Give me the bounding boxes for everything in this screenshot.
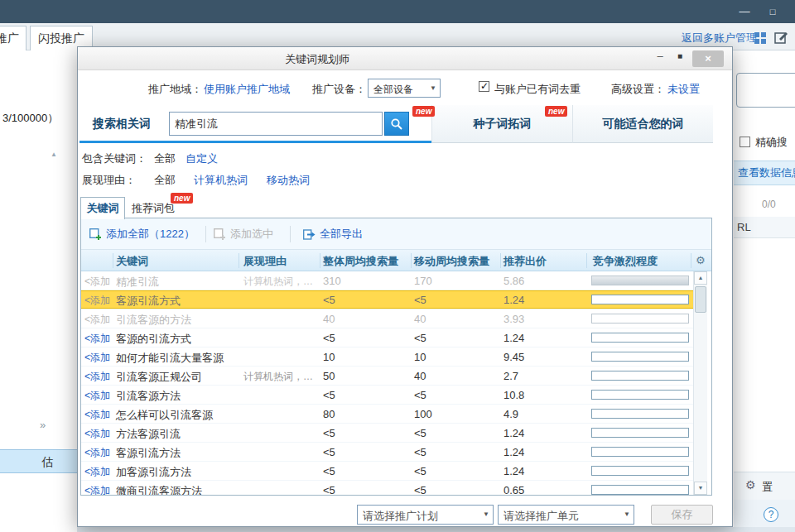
add-keyword-link[interactable]: <添加 <box>84 332 110 346</box>
add-keyword-link[interactable]: <添加 <box>84 389 110 403</box>
competition-bar-fill <box>592 276 688 285</box>
tab-search-related-words[interactable]: 搜索相关词 <box>80 105 431 143</box>
table-row: <添加 引流客源的方法 40 40 3.93 <box>81 309 693 328</box>
include-keywords-label: 包含关键词： <box>82 151 147 166</box>
table-row: <添加 客源引流方式 <5 <5 1.24 <box>81 290 693 309</box>
reason-pc-hotword-option[interactable]: 计算机热词 <box>194 173 248 188</box>
add-keyword-link[interactable]: <添加 <box>84 351 110 365</box>
window-minimize-button[interactable]: — <box>732 0 757 23</box>
column-header-keyword: 关键词 <box>116 254 148 269</box>
add-keyword-link[interactable]: <添加 <box>84 275 110 289</box>
suggested-bid-cell: 5.86 <box>504 275 524 287</box>
dedupe-label: 与账户已有词去重 <box>494 82 581 97</box>
table-row: <添加 如何才能引流大量客源 10 10 9.45 <box>81 347 693 367</box>
column-divider <box>320 253 320 268</box>
include-all-option[interactable]: 全部 <box>154 151 176 166</box>
grid-apps-icon[interactable] <box>754 32 768 46</box>
subtab-keywords[interactable]: 关键词 <box>80 197 125 219</box>
campaign-select[interactable]: 请选择推广计划 ▼ <box>357 505 494 525</box>
left-scroll-up-icon[interactable]: ▲ <box>51 151 57 158</box>
column-settings-gear-icon[interactable]: ⚙ <box>696 254 706 266</box>
dialog-minimize-button[interactable]: – <box>651 50 669 62</box>
precise-search-checkbox[interactable] <box>740 137 750 147</box>
tab-promotion[interactable]: 推广 <box>0 26 26 50</box>
column-divider <box>586 253 587 268</box>
device-select[interactable]: 全部设备 ▼ <box>368 79 441 98</box>
suggested-bid-cell: 1.24 <box>504 446 524 458</box>
dedupe-checkbox[interactable]: ✓ <box>479 81 489 92</box>
mobile-volume-cell: <5 <box>414 389 426 401</box>
export-all-button[interactable]: 全部导出 <box>303 227 363 242</box>
dialog-close-button[interactable]: × <box>692 50 724 67</box>
add-keyword-link[interactable]: <添加 <box>84 370 110 384</box>
settings-label[interactable]: 置 <box>762 480 773 495</box>
save-button[interactable]: 保存 <box>651 505 713 525</box>
reason-all-option[interactable]: 全部 <box>154 173 176 188</box>
advanced-settings-label: 高级设置： <box>611 82 665 97</box>
add-selected-button[interactable]: 添加选中 <box>214 227 273 242</box>
scroll-down-icon[interactable]: ▼ <box>694 482 707 495</box>
url-header-label: RL <box>737 221 751 233</box>
reason-mobile-hotword-option[interactable]: 移动热词 <box>267 173 310 188</box>
bottom-edge <box>77 527 795 532</box>
compose-edit-icon[interactable] <box>773 30 788 45</box>
table-row: <添加 客源引流方法 <5 <5 1.24 <box>81 443 693 462</box>
keyword-cell: 客源引流方法 <box>116 446 181 461</box>
add-selected-label: 添加选中 <box>230 227 273 242</box>
dialog-maximize-button[interactable]: ■ <box>671 51 689 60</box>
view-data-button[interactable]: 查看数据信息 <box>734 161 795 185</box>
window-maximize-button[interactable]: □ <box>760 0 785 23</box>
mobile-volume-cell: 40 <box>414 313 426 325</box>
export-all-label: 全部导出 <box>320 227 363 242</box>
include-custom-option[interactable]: 自定义 <box>186 151 218 166</box>
region-value-link[interactable]: 使用账户推广地域 <box>204 82 290 97</box>
add-keyword-link[interactable]: <添加 <box>84 427 110 441</box>
add-keyword-link[interactable]: <添加 <box>84 294 110 308</box>
campaign-select-value: 请选择推广计划 <box>363 509 438 524</box>
toolbar-divider <box>290 226 291 242</box>
table-row: <添加 引流客源方法 <5 <5 10.8 <box>81 386 693 405</box>
table-body: <添加 精准引流 计算机热词，… 310 170 5.86 <添加 客源引流方式… <box>81 271 693 495</box>
table-row: <添加 加客源引流方法 <5 <5 1.24 <box>81 462 693 481</box>
tab-suitable-words[interactable]: 可能适合您的词 <box>572 105 713 143</box>
add-keyword-link[interactable]: <添加 <box>84 408 110 422</box>
total-volume-cell: <5 <box>323 427 335 439</box>
keyword-planner-dialog: 关键词规划师 – ■ × 推广地域： 使用账户推广地域 推广设备： 全部设备 ▼… <box>77 46 733 527</box>
dialog-titlebar: 关键词规划师 – ■ × <box>78 47 732 70</box>
tab-search-related-label: 搜索相关词 <box>93 117 151 132</box>
add-keyword-link[interactable]: <添加 <box>84 446 110 460</box>
help-icon[interactable]: ? <box>764 507 778 522</box>
mobile-volume-cell: 40 <box>414 370 426 382</box>
keyword-search-input[interactable] <box>169 112 383 136</box>
add-keyword-link[interactable]: <添加 <box>84 484 110 495</box>
competition-bar <box>591 314 689 324</box>
suggested-bid-cell: 9.45 <box>504 351 524 363</box>
keyword-cell: 引流客源正规公司 <box>116 370 202 385</box>
competition-bar <box>591 428 689 438</box>
advanced-settings-link[interactable]: 未设置 <box>667 82 700 97</box>
chevron-down-icon: ▼ <box>430 84 436 92</box>
chevron-down-icon: ▼ <box>624 510 630 518</box>
display-reason-label: 展现理由： <box>82 173 136 188</box>
add-all-label: 添加全部（1222） <box>106 227 195 242</box>
search-button[interactable] <box>384 112 409 136</box>
suggested-bid-cell: 1.24 <box>504 427 524 439</box>
evaluate-button-label: 估 <box>41 455 53 470</box>
add-keyword-link[interactable]: <添加 <box>84 313 110 327</box>
competition-bar <box>591 276 689 285</box>
table-scrollbar[interactable]: ▲ ▼ <box>693 271 707 495</box>
toolbar-divider <box>205 226 206 242</box>
return-multi-account-link[interactable]: 返回多账户管理 <box>682 31 757 46</box>
settings-gear-icon[interactable]: ⚙ <box>745 478 756 491</box>
scroll-up-icon[interactable]: ▲ <box>694 271 707 285</box>
add-keyword-link[interactable]: <添加 <box>84 465 110 479</box>
table-row: <添加 精准引流 计算机热词，… 310 170 5.86 <box>81 271 693 290</box>
evaluate-button[interactable]: 估 <box>0 449 77 473</box>
collapse-panel-icon[interactable]: » <box>40 419 46 431</box>
scrollbar-thumb[interactable] <box>695 286 706 313</box>
suggested-bid-cell: 10.8 <box>504 389 524 401</box>
background-settings-band: ⚙ 置 <box>734 472 795 500</box>
total-volume-cell: <5 <box>323 294 335 306</box>
add-all-button[interactable]: 添加全部（1222） <box>89 227 195 242</box>
adgroup-select[interactable]: 请选择推广单元 ▼ <box>498 505 634 525</box>
